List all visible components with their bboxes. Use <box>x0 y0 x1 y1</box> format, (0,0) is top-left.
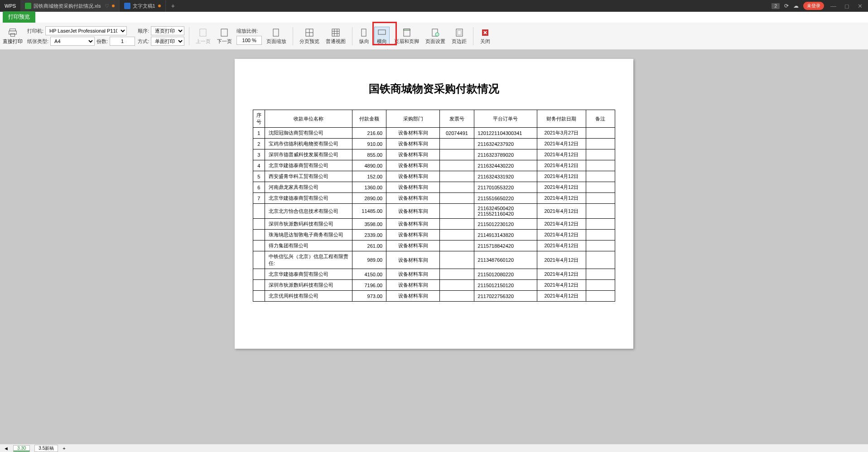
prev-page-icon <box>198 27 209 38</box>
app-logo: WPS <box>0 3 20 9</box>
svg-rect-9 <box>332 29 339 36</box>
titlebar: WPS 国铁商城物资采购付款情况.xls ♡ 文字文稿1 + 2 ⟳ ☁ 未登录… <box>0 0 868 12</box>
page-break-icon <box>304 27 315 38</box>
order-label: 顺序: <box>138 28 149 34</box>
printer-label: 打印机: <box>27 28 43 34</box>
mode-select[interactable]: 单面打印 <box>151 37 184 46</box>
close-preview-button[interactable]: 关闭 <box>478 27 492 45</box>
svg-rect-14 <box>362 29 366 36</box>
order-select[interactable]: 逐页打印 <box>151 26 184 35</box>
page-zoom-button[interactable]: 页面缩放 <box>265 27 288 45</box>
copies-label: 份数: <box>96 38 108 45</box>
login-badge[interactable]: 未登录 <box>803 2 824 10</box>
document-tab-1[interactable]: 国铁商城物资采购付款情况.xls ♡ <box>20 0 120 12</box>
modified-dot-icon <box>158 5 161 7</box>
svg-rect-4 <box>221 29 227 36</box>
svg-rect-17 <box>404 29 410 30</box>
doc-icon <box>124 3 130 9</box>
margins-button[interactable]: 页边距 <box>450 27 468 45</box>
maximize-button[interactable]: ◻ <box>843 3 851 10</box>
svg-rect-20 <box>456 29 463 36</box>
page-break-button[interactable]: 分页预览 <box>298 27 321 45</box>
page-setup-icon <box>430 27 441 38</box>
close-window-button[interactable]: ✕ <box>856 3 864 10</box>
modified-dot-icon <box>112 5 115 7</box>
portrait-icon <box>359 27 370 38</box>
svg-rect-2 <box>10 34 14 36</box>
header-footer-icon <box>401 27 412 38</box>
prev-page-button: 上一页 <box>194 27 212 45</box>
separator <box>293 27 293 45</box>
normal-view-icon <box>330 27 341 38</box>
sync-icon[interactable]: ⟳ <box>784 3 789 9</box>
svg-rect-0 <box>10 29 16 31</box>
tab-label: 国铁商城物资采购付款情况.xls <box>34 3 101 10</box>
svg-rect-21 <box>458 30 461 35</box>
add-tab-button[interactable]: + <box>166 2 180 10</box>
close-icon <box>480 27 491 38</box>
svg-rect-5 <box>273 29 279 36</box>
separator <box>189 27 189 45</box>
notification-badge[interactable]: 2 <box>772 3 780 9</box>
print-preview-tab[interactable]: 打印预览 <box>3 11 35 23</box>
paper-select[interactable]: A4 <box>50 37 95 46</box>
svg-rect-1 <box>9 31 17 34</box>
cloud-icon[interactable]: ☁ <box>793 3 799 9</box>
separator <box>352 27 352 45</box>
page-zoom-icon <box>271 27 282 38</box>
next-page-icon <box>219 27 230 38</box>
svg-rect-3 <box>200 29 206 36</box>
copies-spinner[interactable]: 1 <box>110 37 135 46</box>
landscape-button[interactable]: 横向 <box>374 27 390 45</box>
scale-label: 缩放比例: <box>236 28 258 34</box>
separator <box>473 27 473 45</box>
mode-label: 方式: <box>138 38 149 45</box>
next-page-button[interactable]: 下一页 <box>215 27 234 45</box>
landscape-icon <box>376 27 387 38</box>
header-footer-button[interactable]: 页眉和页脚 <box>392 27 421 45</box>
mode-tab-row: 打印预览 <box>0 12 868 23</box>
margins-icon <box>454 27 465 38</box>
printer-select[interactable]: HP LaserJet Professional P1106 <box>45 26 127 35</box>
spreadsheet-icon <box>25 3 31 9</box>
minimize-button[interactable]: — <box>829 3 838 10</box>
direct-print-button[interactable]: 直接打印 <box>3 27 24 45</box>
normal-view-button[interactable]: 普通视图 <box>324 27 347 45</box>
page-setup-button[interactable]: 页面设置 <box>424 27 447 45</box>
tab-close-icon[interactable]: ♡ <box>105 3 109 9</box>
document-tab-2[interactable]: 文字文稿1 <box>120 0 166 12</box>
scale-spinner[interactable]: 100 % <box>236 36 262 45</box>
paper-label: 纸张类型: <box>27 38 48 45</box>
tab-label: 文字文稿1 <box>133 3 155 10</box>
printer-icon <box>7 27 18 38</box>
portrait-button[interactable]: 纵向 <box>357 27 371 45</box>
direct-print-label: 直接打印 <box>3 38 23 45</box>
svg-point-19 <box>435 33 439 36</box>
app-name: WPS <box>5 3 16 9</box>
svg-rect-15 <box>378 30 386 34</box>
toolbar: 直接打印 打印机: HP LaserJet Professional P1106… <box>0 23 868 50</box>
